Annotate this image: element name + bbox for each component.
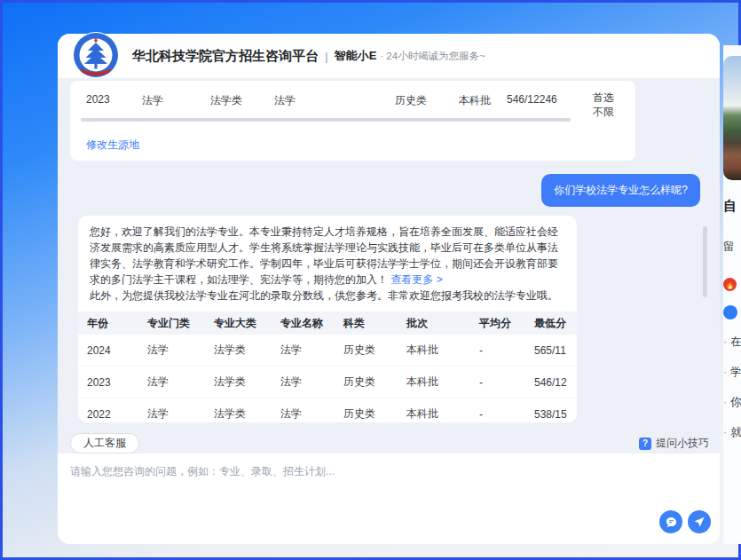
choice-line2: 不限 [593,106,614,118]
cell: - [479,344,534,357]
score-subject-type: 历史类 [395,93,459,119]
message-input-area [58,454,720,544]
cell: 565/11 [534,344,577,357]
cell: - [479,376,534,389]
cell: 本科批 [406,406,479,422]
send-plane-icon [693,516,706,528]
th-year: 年份 [87,316,147,331]
assistant-name: 智能小E [335,48,377,64]
human-agent-button[interactable]: 人工客服 [70,433,139,454]
th-major-name: 专业名称 [280,316,343,331]
bot-paragraph-2: 此外，为您提供我校法学专业在河北的录取分数线，供您参考。非常欢迎您报考我校的法学… [90,289,558,302]
cell: 2023 [87,376,147,389]
sidebar-faq-item[interactable]: 学 [723,365,741,380]
cell: 法学类 [214,343,280,358]
cell: 2022 [87,408,147,421]
sidebar-faq-item[interactable]: 你 [723,395,741,410]
tips-label: 提问小技巧 [656,436,709,451]
university-logo-icon [72,31,120,79]
score-card-previous: 2023 法学 法学类 法学 历史类 本科批 546/12246 首选 不限 修… [70,81,635,161]
score-year: 2023 [86,93,142,119]
see-more-link[interactable]: 查看更多 > [390,273,442,286]
th-avg-score: 平均分 [479,316,534,331]
service-tagline: · 24小时竭诚为您服务~ [380,50,485,63]
cell: 本科批 [406,375,479,390]
bot-paragraph-1: 您好，欢迎了解我们的法学专业。本专业秉持特定人才培养规格，旨在培养全面发展、能适… [90,225,558,286]
cell: 法学 [280,406,343,422]
cell: 2024 [87,344,147,357]
app-background: 华北科技学院官方招生咨询平台 | 智能小E · 24小时竭诚为您服务~ 2023… [0,0,741,560]
th-major-group: 专业大类 [214,316,280,331]
th-batch: 批次 [406,316,479,331]
cell: 历史类 [343,406,406,422]
bot-message-text: 您好，欢迎了解我们的法学专业。本专业秉持特定人才培养规格，旨在培养全面发展、能适… [78,216,577,307]
quick-chat-button[interactable] [659,510,682,533]
admission-score-table: 年份 专业门类 专业大类 专业名称 科类 批次 平均分 最低分 2024 法学 … [78,312,577,422]
cell: 法学 [147,343,214,358]
horizontal-scrollbar[interactable] [81,118,571,122]
cell: 538/15 [534,408,577,421]
cell: 法学 [280,343,343,358]
choice-line1: 首选 [593,91,614,104]
title-separator: | [325,50,328,63]
sidebar-faq-item[interactable]: 就 [723,425,741,440]
score-batch: 本科批 [459,93,507,119]
sidebar-faq-item[interactable]: 在 [723,335,741,350]
cell: 法学类 [214,406,280,422]
cell: 本科批 [406,343,479,358]
score-min-score: 546/12246 [507,93,593,119]
table-header-row: 年份 专业门类 专业大类 专业名称 科类 批次 平均分 最低分 [78,312,577,335]
campus-photo [723,56,741,180]
chat-bubble-icon [665,516,678,529]
table-row: 2024 法学 法学类 法学 历史类 本科批 - 565/11 [78,335,577,367]
cell: 法学 [280,375,343,390]
modify-source-link[interactable]: 修改生源地 [86,138,139,153]
question-mark-icon: ? [639,438,651,450]
chat-panel: 华北科技学院官方招生咨询平台 | 智能小E · 24小时竭诚为您服务~ 2023… [58,34,720,544]
th-category: 专业门类 [147,316,214,331]
sidebar-subtitle: 留 [723,240,741,255]
send-button[interactable] [688,510,711,533]
page-title: 华北科技学院官方招生咨询平台 [132,48,319,65]
sidebar-title: 自 [723,198,741,215]
cell: - [479,408,534,421]
cell: 法学 [147,406,214,422]
user-message-bubble: 你们学校法学专业怎么样呢? [541,174,700,207]
question-tips-button[interactable]: ? 提问小技巧 [639,436,709,451]
cell: 历史类 [343,375,406,390]
cell: 法学类 [214,375,280,390]
cell: 历史类 [343,343,406,358]
score-row: 2023 法学 法学类 法学 历史类 本科批 546/12246 首选 不限 [70,81,635,119]
table-row: 2022 法学 法学类 法学 历史类 本科批 - 538/15 [78,398,577,422]
right-sidebar: 自 留 🔥 在 学 你 就 [723,45,741,544]
vertical-scrollbar[interactable] [703,226,707,297]
table-row: 2023 法学 法学类 法学 历史类 本科批 - 546/12 [78,367,577,398]
th-min-score: 最低分 [534,316,577,331]
bot-message-card: 您好，欢迎了解我们的法学专业。本专业秉持特定人才培养规格，旨在培养全面发展、能适… [78,216,577,422]
cell: 法学 [147,375,214,390]
score-major-name: 法学 [274,93,395,119]
hot-questions-header: 🔥 [723,278,741,291]
th-subject-type: 科类 [343,316,406,331]
cell: 546/12 [534,376,577,389]
chat-message-area: 2023 法学 法学类 法学 历史类 本科批 546/12246 首选 不限 修… [58,78,720,454]
score-category: 法学 [142,93,210,119]
score-major-group: 法学类 [210,93,274,119]
faq-badge-icon [723,305,737,319]
chat-header: 华北科技学院官方招生咨询平台 | 智能小E · 24小时竭诚为您服务~ [58,34,720,78]
hot-icon: 🔥 [723,278,737,291]
score-subject-choice: 首选 不限 [593,91,614,119]
message-input[interactable] [70,464,706,505]
